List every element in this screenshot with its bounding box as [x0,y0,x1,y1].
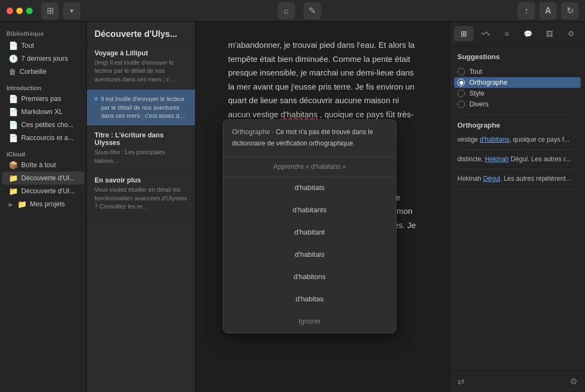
spell-suggestion-4[interactable]: d'habitais [223,244,396,266]
sidebar-item-label: Découverte d'Ul... [21,187,75,195]
current-doc-dot [95,97,98,100]
panel-settings-icon[interactable]: ⚙ [561,26,581,41]
doc-icon: 📄 [9,94,18,103]
radio-orthographe [457,79,465,86]
panel-results: vestige d'habitans, quoique ce pays f...… [457,135,577,189]
spell-suggestion-2[interactable]: d'habitants [223,199,396,222]
orthographe-section-title: Orthographe [457,121,577,129]
footer-settings-icon[interactable]: ⚙ [570,376,577,387]
filter-divers-label: Divers [469,100,488,108]
sidebar-item-label: 7 derniers jours [21,55,68,62]
radio-tout [457,68,465,75]
sidebar-item-label: Markdown XL [21,108,62,116]
close-button[interactable] [7,8,13,14]
sidebar-item-decouverte2[interactable]: 📁 Découverte d'Ul... [2,185,84,198]
minimize-button[interactable] [16,8,23,14]
sidebar-item-raccourcis[interactable]: 📄 Raccourcis et a... [2,131,84,144]
doc-icon: 📄 [9,121,18,129]
spell-suggestion-3[interactable]: d'habitant [223,222,396,244]
traffic-lights [7,8,33,14]
introduction-label: Introduction [7,85,41,91]
titlebar-center: ⌕ ✎ [85,2,513,20]
right-panel: ⊞ ≡ 💬 🖼 ⚙ Suggestions Tout Orthographe [449,22,585,392]
panel-image-icon[interactable]: 🖼 [540,26,559,41]
spell-ignore-button[interactable]: Ignorer [223,311,396,332]
sync-icon[interactable]: ↻ [561,2,578,20]
sidebar: Bibliothèque 📄 Tout 🕐 7 derniers jours 🗑… [0,22,87,392]
sidebar-item-petites[interactable]: 📄 Ces petites cho... [2,118,84,131]
share-icon[interactable]: ↑ [518,2,535,20]
doc-item-titre[interactable]: Titre : L'écriture dans Ulysses Sous-tit… [87,126,195,171]
panel-chart-icon[interactable] [475,26,495,41]
bibliotheque-label: Bibliothèque [0,26,86,39]
doc-item-voyage[interactable]: Voyage à Lilliput (img) Il est inutile d… [87,44,195,90]
doc-item-en-savoir-plus[interactable]: En savoir plus Vous voulez étudier en dé… [87,171,195,217]
filter-divers[interactable]: Divers [457,99,577,110]
doc-item-title: Titre : L'écriture dans Ulysses [95,131,187,147]
trash-icon: 🗑 [9,67,16,76]
sidebar-item-premiers-pas[interactable]: 📄 Premiers pas [2,92,84,105]
sidebar-item-label: Raccourcis et a... [21,134,74,142]
panel-comment-icon[interactable]: 💬 [518,26,538,41]
spell-suggestion-1[interactable]: d'habitats [223,177,396,199]
sidebar-item-tout[interactable]: 📄 Tout [2,39,84,52]
filter-orthographe[interactable]: Orthographe [454,77,581,88]
right-panel-footer: ⇄ ⚙ [450,370,585,392]
sidebar-item-label: Ces petites cho... [21,121,74,129]
panel-divider [457,115,577,116]
sidebar-item-label: Boîte à tout [21,161,56,169]
clock-icon: 🕐 [9,54,18,63]
compose-icon[interactable]: ✎ [304,2,321,20]
spell-suggestion-6[interactable]: d'habitas [223,288,396,311]
titlebar-right: ↑ A ↻ [518,2,578,20]
sidebar-item-boite[interactable]: 📦 Boîte à tout [2,159,84,172]
doc-item-current[interactable]: Il est inutile d'ennuyer le lecteur par … [87,90,195,126]
spell-learn-button[interactable]: Apprendre « d'habitans » [223,157,396,177]
introduction-group-label: Introduction [0,84,86,92]
sidebar-item-trash[interactable]: 🗑 Corbeille [2,65,84,78]
filter-tout-label: Tout [469,68,482,75]
spell-suggestion-5[interactable]: d'habitons [223,266,396,288]
spell-popup-title: Orthographe · Ce mot n'a pas été trouvé … [232,127,387,150]
highlight-word-1: d'habitans [480,136,509,143]
panel-list-icon[interactable]: ≡ [497,26,517,41]
icloud-group-label: iCloud [0,150,86,159]
folder-icon: 📁 [9,187,18,195]
folder-icon: 📦 [9,161,18,169]
typeface-icon[interactable]: A [539,2,557,20]
filter-orthographe-label: Orthographe [469,79,507,86]
chevron-down-icon[interactable]: ▾ [63,2,80,20]
filter-style-label: Style [469,90,485,97]
radio-style [457,90,465,97]
panel-grid-icon[interactable]: ⊞ [454,26,474,41]
doc-list-header: Découverte d'Ulys... [87,22,195,44]
icloud-label: iCloud [7,151,25,157]
result-item-1[interactable]: vestige d'habitans, quoique ce pays f... [457,135,577,150]
fullscreen-button[interactable] [26,8,33,14]
filter-style[interactable]: Style [457,88,577,99]
editor-area[interactable]: m'abandonner, je trouvai pied dans l'eau… [196,22,449,392]
sidebar-item-mes-projets[interactable]: ▶ 📁 Mes projets [2,198,84,211]
search-icon[interactable]: ⌕ [278,2,295,20]
spell-popup-separator: · [272,128,276,136]
doc-icon: 📄 [9,108,18,116]
sidebar-item-markdown[interactable]: 📄 Markdown XL [2,105,84,118]
spell-check-popup: Orthographe · Ce mot n'a pas été trouvé … [223,119,397,333]
doc-item-preview: (img) Il est inutile d'ennuyer le lecteu… [95,59,187,84]
doc-item-title: Voyage à Lilliput [95,49,187,57]
document-list: Découverte d'Ulys... Voyage à Lilliput (… [87,22,196,392]
filter-tout[interactable]: Tout [457,66,577,77]
main-layout: Bibliothèque 📄 Tout 🕐 7 derniers jours 🗑… [0,22,585,392]
sidebar-item-decouverte1[interactable]: 📁 Découverte d'Ul... [2,172,84,185]
doc-icon: 📄 [9,134,18,142]
right-panel-toolbar: ⊞ ≡ 💬 🖼 ⚙ [450,22,585,46]
all-docs-icon: 📄 [9,41,18,50]
spell-popup-header: Orthographe · Ce mot n'a pas été trouvé … [223,120,396,157]
transform-icon[interactable]: ⇄ [457,376,464,387]
highlight-word-3: Dégul [483,175,500,182]
sidebar-item-recent[interactable]: 🕐 7 derniers jours [2,52,84,65]
sidebar-toggle-icon[interactable]: ⊞ [41,2,59,20]
result-item-2[interactable]: distincte, Hekinah Dégul. Les autres r..… [457,154,577,169]
editor-text-before: m'abandonner, je trouvai pied dans l'eau… [228,40,414,119]
result-item-3[interactable]: Hekinah Dégul. Les autres répétèrent... [457,174,577,189]
